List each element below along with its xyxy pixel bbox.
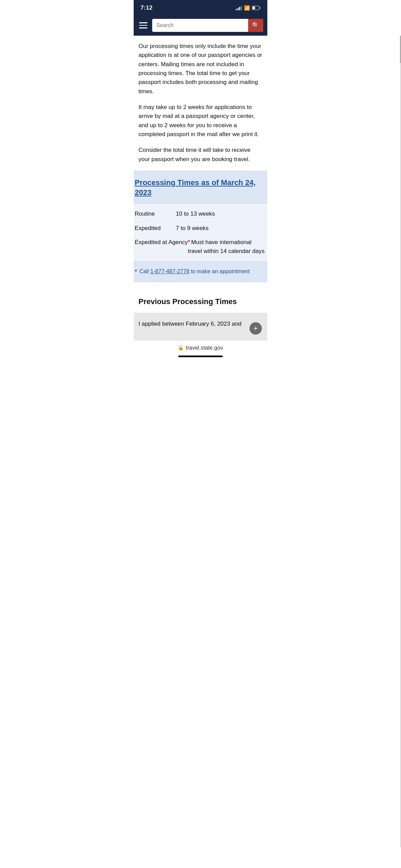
expedited-agency-row: Expedited at Agency *Must have internati… bbox=[135, 238, 266, 255]
processing-times-table: Processing Times as of March 24, 2023 Ro… bbox=[134, 171, 267, 282]
previous-section-title: Previous Processing Times bbox=[134, 296, 267, 307]
hamburger-icon bbox=[139, 22, 147, 23]
lock-icon: 🔒 bbox=[178, 344, 184, 351]
expand-button[interactable]: + bbox=[250, 322, 262, 335]
status-bar: 7:12 📶 bbox=[134, 0, 267, 15]
phone-link[interactable]: 1-877-487-2778 bbox=[150, 268, 190, 274]
previous-processing-section: Previous Processing Times I applied betw… bbox=[134, 292, 267, 340]
hamburger-menu-button[interactable] bbox=[138, 21, 149, 30]
search-icon: 🔍 bbox=[252, 22, 259, 29]
wifi-icon: 📶 bbox=[244, 4, 250, 12]
battery-icon bbox=[252, 6, 260, 10]
paragraph-mailing-times: It may take up to 2 weeks for applicatio… bbox=[138, 103, 263, 139]
url-text: travel.state.gov bbox=[186, 344, 223, 352]
expedited-agency-value: *Must have international travel within 1… bbox=[188, 238, 266, 255]
processing-rows: Routine 10 to 13 weeks Expedited 7 to 9 … bbox=[134, 203, 267, 262]
expedited-row: Expedited 7 to 9 weeks bbox=[135, 224, 266, 233]
previous-card: I applied between February 6, 2023 and + bbox=[134, 313, 267, 340]
hamburger-icon bbox=[139, 25, 147, 26]
routine-row: Routine 10 to 13 weeks bbox=[135, 209, 266, 218]
processing-title-row: Processing Times as of March 24, 2023 bbox=[134, 171, 267, 203]
nav-bar: 🔍 bbox=[134, 15, 267, 36]
bottom-bar: 🔒 travel.state.gov bbox=[134, 340, 267, 364]
main-content: Our processing times only include the ti… bbox=[134, 36, 267, 164]
processing-title-link[interactable]: Processing Times as of March 24, 2023 bbox=[135, 178, 256, 197]
status-time: 7:12 bbox=[141, 3, 153, 12]
paragraph-booking-travel: Consider the total time it will take to … bbox=[138, 146, 263, 164]
appointment-text: Call 1-877-487-2778 to make an appointme… bbox=[139, 267, 250, 276]
search-button[interactable]: 🔍 bbox=[248, 19, 263, 32]
expedited-value: 7 to 9 weeks bbox=[176, 224, 266, 233]
asterisk-icon: * bbox=[135, 267, 137, 276]
paragraph-processing-times: Our processing times only include the ti… bbox=[138, 42, 263, 96]
signal-icon bbox=[236, 5, 242, 10]
routine-value: 10 to 13 weeks bbox=[176, 209, 266, 218]
appointment-suffix: to make an appointment bbox=[190, 268, 250, 274]
routine-label: Routine bbox=[135, 209, 176, 218]
appointment-prefix: Call bbox=[139, 268, 150, 274]
url-bar: 🔒 travel.state.gov bbox=[138, 344, 263, 352]
status-icons: 📶 bbox=[236, 4, 260, 12]
search-input[interactable] bbox=[152, 19, 263, 32]
plus-icon: + bbox=[254, 325, 258, 332]
previous-card-text: I applied between February 6, 2023 and bbox=[138, 320, 263, 328]
hamburger-icon bbox=[139, 27, 147, 28]
home-indicator[interactable] bbox=[178, 355, 223, 357]
appointment-row: * Call 1-877-487-2778 to make an appoint… bbox=[134, 262, 267, 282]
search-container: 🔍 bbox=[152, 19, 263, 32]
asterisk-icon: * bbox=[188, 239, 190, 245]
expedited-label: Expedited bbox=[135, 224, 176, 233]
expedited-agency-label: Expedited at Agency bbox=[135, 238, 188, 247]
